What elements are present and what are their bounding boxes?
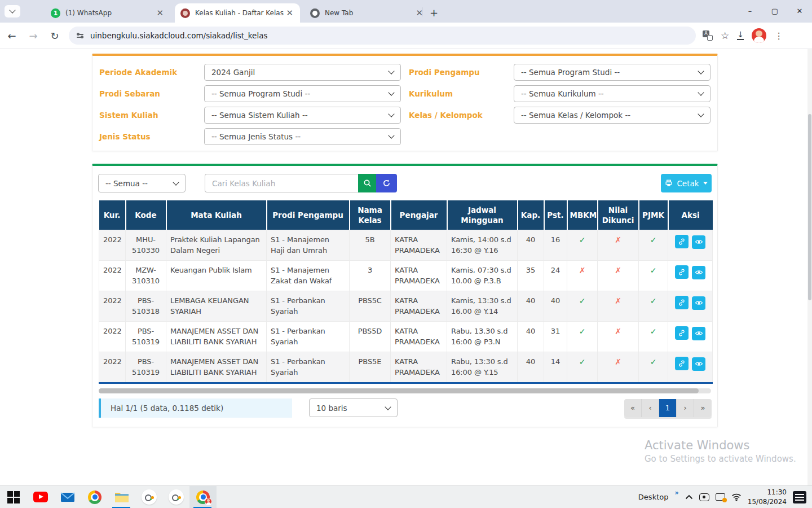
notification-center-icon[interactable] [793, 491, 806, 503]
link-icon [678, 299, 686, 306]
search-input[interactable] [205, 174, 358, 192]
cell-aksi [668, 230, 713, 261]
scrollbar-thumb[interactable] [99, 388, 699, 393]
bookmark-star-icon[interactable]: ☆ [721, 30, 729, 41]
profile-avatar-badge [205, 498, 212, 505]
hidden-icons-chevron[interactable] [685, 494, 693, 500]
chevron-down-icon [388, 111, 394, 117]
chevron-down-icon [388, 132, 394, 138]
start-button[interactable] [0, 486, 27, 508]
scope-select[interactable]: -- Semua -- [98, 174, 186, 192]
translate-icon[interactable]: A [703, 30, 713, 41]
address-bar[interactable]: uinbengkulu.siakadcloud.com/siakad/list_… [69, 27, 696, 45]
table-row: 2022PBS-510319MANAJEMEN ASSET DAN LIABIL… [99, 322, 713, 352]
cell-pengajar: KATRA PRAMADEKA [391, 352, 447, 383]
maximize-button[interactable]: ▢ [762, 2, 787, 19]
desktop-label[interactable]: Desktop [638, 493, 669, 501]
link-action-button[interactable] [675, 357, 689, 370]
cell-kap: 40 [518, 230, 544, 261]
cell-mata-kuliah: LEMBAGA KEUANGAN SYARIAH [166, 291, 267, 322]
view-action-button[interactable] [692, 235, 705, 249]
tab-close-icon[interactable]: ✕ [285, 8, 294, 18]
new-tab-button[interactable]: + [430, 7, 438, 19]
scrollbar-thumb[interactable] [808, 114, 811, 300]
tab-close-icon[interactable]: ✕ [155, 8, 165, 18]
page-size-select[interactable]: 10 baris [309, 398, 398, 417]
taskbar-chrome[interactable] [81, 486, 108, 508]
view-action-button[interactable] [692, 327, 705, 340]
browser-tab-2[interactable]: Kelas Kuliah - Daftar Kelas & Jad✕ [175, 3, 300, 23]
last-page-button[interactable]: » [694, 399, 712, 417]
tab-close-icon[interactable]: ✕ [414, 8, 424, 18]
link-action-button[interactable] [675, 326, 689, 340]
prev-page-button[interactable]: ‹ [642, 399, 659, 417]
cell-nama-kelas: PBS5E [350, 352, 391, 383]
filter-select-kelas-kelompok[interactable]: -- Semua Kelas / Kelompok -- [514, 107, 710, 124]
cell-nilai-dikunci: ✗ [598, 261, 639, 291]
close-button[interactable]: ✕ [787, 2, 812, 19]
link-action-button[interactable] [675, 296, 689, 309]
cell-pjmk: ✓ [639, 352, 668, 383]
link-action-button[interactable] [675, 235, 689, 248]
filter-select-prodi-pengampu[interactable]: -- Semua Program Studi -- [514, 64, 710, 81]
chevron-down-icon [385, 404, 391, 410]
taskbar-key-app-2[interactable] [162, 486, 189, 508]
link-action-button[interactable] [675, 265, 689, 279]
tab-title: New Tab [325, 9, 414, 17]
filter-select-kurikulum[interactable]: -- Semua Kurikulum -- [514, 85, 710, 102]
siakad-favicon-icon [180, 8, 190, 18]
taskbar-chrome-profile[interactable] [189, 486, 217, 508]
start-icon [7, 491, 20, 503]
url-text[interactable]: uinbengkulu.siakadcloud.com/siakad/list_… [90, 31, 267, 40]
view-action-button[interactable] [692, 357, 705, 371]
refresh-list-button[interactable] [376, 174, 397, 192]
cell-pst: 14 [544, 352, 567, 383]
minimize-button[interactable]: – [738, 2, 762, 19]
page-number-button[interactable]: 1 [659, 399, 677, 417]
table-body: 2022MHU-510330Praktek Kuliah Lapangan Da… [99, 230, 713, 383]
refresh-icon[interactable]: ↻ [45, 26, 64, 45]
tray-cast-icon[interactable] [716, 493, 725, 501]
search-button[interactable] [358, 174, 376, 192]
vertical-scrollbar[interactable] [807, 49, 812, 485]
taskbar-mail[interactable] [54, 486, 81, 508]
horizontal-scrollbar[interactable] [99, 388, 711, 393]
forward-icon[interactable]: → [24, 26, 43, 45]
cell-kap: 35 [518, 261, 544, 291]
cell-mbkm: ✗ [567, 261, 598, 291]
list-footer: Hal 1/1 (5 data, 0.1185 detik) 10 baris … [92, 398, 717, 418]
back-icon[interactable]: ← [2, 26, 21, 45]
site-settings-icon[interactable] [77, 34, 83, 38]
chevron-down-icon [698, 111, 704, 117]
view-action-button[interactable] [692, 296, 705, 310]
tab-separator [422, 7, 422, 16]
browser-toolbar: ← → ↻ uinbengkulu.siakadcloud.com/siakad… [0, 23, 812, 49]
filter-select-jenis-status[interactable]: -- Semua Jenis Status -- [204, 128, 401, 145]
first-page-button[interactable]: « [624, 399, 642, 417]
filter-select-sistem-kuliah[interactable]: -- Semua Sistem Kuliah -- [204, 107, 401, 124]
menu-dots-icon[interactable]: ⋮ [774, 30, 783, 41]
next-page-button[interactable]: › [677, 399, 694, 417]
taskbar-clock[interactable]: 11:30 15/08/2024 [748, 488, 787, 506]
taskbar-youtube[interactable] [27, 486, 54, 508]
chevron-down-icon [388, 68, 394, 74]
download-icon[interactable]: ↓ [737, 32, 744, 40]
profile-avatar[interactable] [752, 28, 766, 43]
print-button[interactable]: Cetak [661, 174, 712, 192]
cell-jadwal: Kamis, 07:30 s.d 10.00 @ P.3.B [447, 261, 518, 291]
browser-tab-3[interactable]: New Tab✕ [304, 3, 430, 23]
filter-select-periode-akademik[interactable]: 2024 Ganjil [204, 64, 401, 81]
toolbar-right-icons: A ☆ ↓ ⋮ [703, 28, 783, 43]
column-header: PJMK [639, 200, 668, 230]
wifi-icon[interactable] [731, 493, 742, 501]
tray-camera-icon[interactable] [699, 493, 709, 501]
overflow-chevron-icon[interactable]: » [674, 489, 678, 497]
tab-search-button[interactable] [5, 5, 20, 17]
filter-select-prodi-sebaran[interactable]: -- Semua Program Studi -- [204, 85, 401, 102]
taskbar-file-explorer[interactable] [108, 486, 135, 508]
taskbar-key-app-1[interactable] [135, 486, 162, 508]
cell-mata-kuliah: MANAJEMEN ASSET DAN LIABILITI BANK SYARI… [166, 352, 267, 383]
view-action-button[interactable] [692, 266, 705, 279]
browser-tab-1[interactable]: 1(1) WhatsApp✕ [45, 3, 170, 23]
column-header: Aksi [668, 200, 713, 230]
